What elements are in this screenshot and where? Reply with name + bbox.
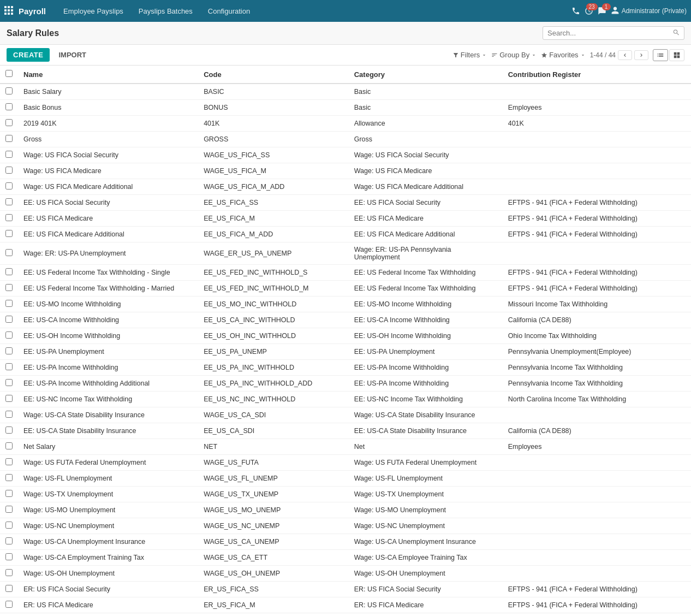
table-row[interactable]: Wage: US FICA Social Security WAGE_US_FI… xyxy=(0,147,691,163)
row-checkbox[interactable] xyxy=(5,87,13,94)
row-checkbox-cell[interactable] xyxy=(0,518,18,534)
pager-prev-button[interactable] xyxy=(618,50,632,60)
row-checkbox[interactable] xyxy=(5,135,13,142)
row-checkbox[interactable] xyxy=(5,585,13,592)
row-name[interactable]: EE: US FICA Social Security xyxy=(18,195,198,211)
table-row[interactable]: Wage: US-CA Unemployment Insurance WAGE_… xyxy=(0,534,691,550)
header-checkbox[interactable] xyxy=(0,66,18,84)
row-checkbox-cell[interactable] xyxy=(0,195,18,211)
row-name[interactable]: ER: US FICA Medicare xyxy=(18,597,198,613)
row-checkbox[interactable] xyxy=(5,427,13,434)
table-row[interactable]: EE: US-OH Income Withholding EE_US_OH_IN… xyxy=(0,328,691,344)
row-name[interactable]: EE: US-PA Income Withholding xyxy=(18,360,198,376)
row-name[interactable]: EE: US Federal Income Tax Withholding - … xyxy=(18,265,198,281)
row-checkbox-cell[interactable] xyxy=(0,227,18,242)
row-name[interactable]: Wage: US-CA Employment Training Tax xyxy=(18,550,198,566)
row-checkbox-cell[interactable] xyxy=(0,328,18,344)
row-name[interactable]: Wage: US-TX Unemployment xyxy=(18,487,198,502)
row-name[interactable]: EE: US-MO Income Withholding xyxy=(18,297,198,312)
row-name[interactable]: Wage: US-CA State Disability Insurance xyxy=(18,407,198,423)
row-checkbox[interactable] xyxy=(5,601,13,608)
row-name[interactable]: ER: US FICA Social Security xyxy=(18,582,198,597)
row-checkbox[interactable] xyxy=(5,198,13,205)
row-checkbox-cell[interactable] xyxy=(0,147,18,163)
pager-next-button[interactable] xyxy=(634,50,648,60)
row-checkbox-cell[interactable] xyxy=(0,116,18,132)
row-name[interactable]: EE: US-PA Income Withholding Additional xyxy=(18,376,198,392)
row-checkbox[interactable] xyxy=(5,268,13,275)
row-checkbox[interactable] xyxy=(5,537,13,544)
header-code[interactable]: Code xyxy=(198,66,349,84)
table-row[interactable]: Wage: US-OH Unemployment WAGE_US_OH_UNEM… xyxy=(0,566,691,582)
row-checkbox-cell[interactable] xyxy=(0,84,18,100)
table-row[interactable]: 2019 401K 401K Allowance 401K xyxy=(0,116,691,132)
table-row[interactable]: Basic Salary BASIC Basic xyxy=(0,84,691,100)
row-name[interactable]: Gross xyxy=(18,132,198,147)
row-checkbox[interactable] xyxy=(5,347,13,354)
filters-button[interactable]: Filters xyxy=(452,51,487,59)
favorites-button[interactable]: Favorites xyxy=(541,51,585,59)
row-name[interactable]: Wage: US-MO Unemployment xyxy=(18,502,198,518)
row-name[interactable]: 2019 401K xyxy=(18,116,198,132)
row-name[interactable]: EE: US FICA Medicare Additional xyxy=(18,227,198,242)
row-checkbox[interactable] xyxy=(5,316,13,323)
row-name[interactable]: Wage: US FICA Social Security xyxy=(18,147,198,163)
import-button[interactable]: IMPORT xyxy=(54,48,91,62)
row-checkbox-cell[interactable] xyxy=(0,392,18,407)
table-row[interactable]: EE: US-CA State Disability Insurance EE_… xyxy=(0,423,691,439)
table-row[interactable]: EE: US-MO Income Withholding EE_US_MO_IN… xyxy=(0,297,691,312)
search-icon[interactable] xyxy=(672,28,680,38)
row-checkbox[interactable] xyxy=(5,506,13,513)
row-name[interactable]: Basic Salary xyxy=(18,84,198,100)
table-row[interactable]: EE: US-NC Income Tax Withholding EE_US_N… xyxy=(0,392,691,407)
row-checkbox[interactable] xyxy=(5,474,13,481)
row-name[interactable]: EE: US Federal Income Tax Withholding - … xyxy=(18,281,198,297)
row-name[interactable]: Wage: US FUTA Federal Unemployment xyxy=(18,455,198,471)
phone-icon[interactable] xyxy=(571,7,580,15)
table-row[interactable]: Wage: US-TX Unemployment WAGE_US_TX_UNEM… xyxy=(0,487,691,502)
table-row[interactable]: Basic Bonus BONUS Basic Employees xyxy=(0,100,691,116)
row-checkbox-cell[interactable] xyxy=(0,344,18,360)
row-checkbox-cell[interactable] xyxy=(0,597,18,613)
table-row[interactable]: Net Salary NET Net Employees xyxy=(0,439,691,455)
table-row[interactable]: ER: US FICA Social Security ER_US_FICA_S… xyxy=(0,582,691,597)
row-checkbox[interactable] xyxy=(5,103,13,110)
row-checkbox-cell[interactable] xyxy=(0,423,18,439)
table-row[interactable]: EE: US-PA Income Withholding Additional … xyxy=(0,376,691,392)
group-by-button[interactable]: Group By xyxy=(491,51,537,59)
row-name[interactable]: Basic Bonus xyxy=(18,100,198,116)
header-category[interactable]: Category xyxy=(349,66,503,84)
header-contribution[interactable]: Contribution Register xyxy=(503,66,691,84)
table-row[interactable]: Gross GROSS Gross xyxy=(0,132,691,147)
row-checkbox-cell[interactable] xyxy=(0,534,18,550)
grid-icon[interactable] xyxy=(4,6,13,16)
row-checkbox[interactable] xyxy=(5,182,13,189)
row-checkbox-cell[interactable] xyxy=(0,471,18,487)
table-row[interactable]: Wage: US FICA Medicare Additional WAGE_U… xyxy=(0,179,691,195)
row-name[interactable]: EE: US-OH Income Withholding xyxy=(18,328,198,344)
row-name[interactable]: EE: US FICA Medicare xyxy=(18,211,198,227)
row-name[interactable]: Wage: US-CA Unemployment Insurance xyxy=(18,534,198,550)
row-checkbox-cell[interactable] xyxy=(0,376,18,392)
table-row[interactable]: EE: US Federal Income Tax Withholding - … xyxy=(0,281,691,297)
row-checkbox[interactable] xyxy=(5,249,13,256)
table-row[interactable]: Wage: US-NC Unemployment WAGE_US_NC_UNEM… xyxy=(0,518,691,534)
table-row[interactable]: ER: US FUTA Federal Unemployment ER_US_F… xyxy=(0,613,691,617)
row-checkbox[interactable] xyxy=(5,411,13,418)
row-checkbox-cell[interactable] xyxy=(0,566,18,582)
row-checkbox-cell[interactable] xyxy=(0,487,18,502)
row-checkbox[interactable] xyxy=(5,569,13,576)
row-checkbox-cell[interactable] xyxy=(0,265,18,281)
header-name[interactable]: Name xyxy=(18,66,198,84)
row-checkbox-cell[interactable] xyxy=(0,297,18,312)
row-name[interactable]: Wage: US-OH Unemployment xyxy=(18,566,198,582)
table-row[interactable]: Wage: US-FL Unemployment WAGE_US_FL_UNEM… xyxy=(0,471,691,487)
row-checkbox-cell[interactable] xyxy=(0,163,18,179)
row-checkbox-cell[interactable] xyxy=(0,550,18,566)
row-name[interactable]: EE: US-CA Income Withholding xyxy=(18,312,198,328)
table-row[interactable]: EE: US FICA Medicare EE_US_FICA_M EE: US… xyxy=(0,211,691,227)
table-row[interactable]: Wage: US FUTA Federal Unemployment WAGE_… xyxy=(0,455,691,471)
grid-view-button[interactable] xyxy=(669,49,684,61)
table-row[interactable]: EE: US Federal Income Tax Withholding - … xyxy=(0,265,691,281)
row-checkbox[interactable] xyxy=(5,214,13,221)
